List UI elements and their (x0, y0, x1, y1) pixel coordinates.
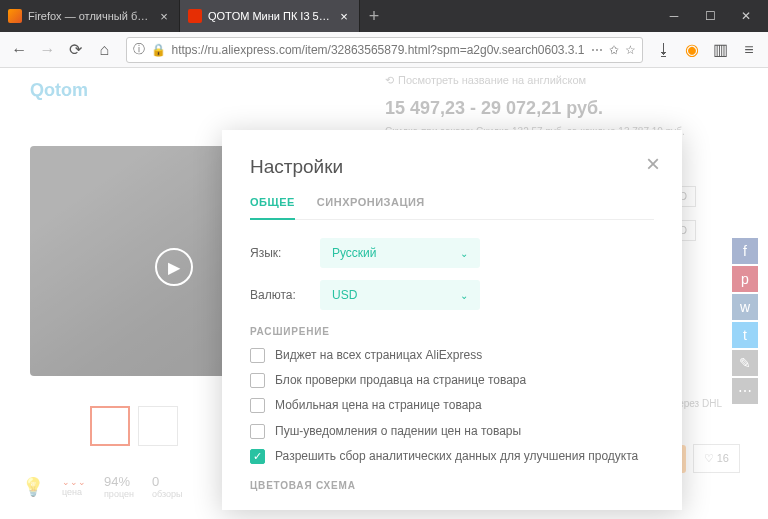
pinterest-icon[interactable]: p (732, 266, 758, 292)
tab-title: QOTOM Мини ПК I3 5005U оф (208, 10, 331, 22)
library-icon[interactable]: ▥ (707, 36, 733, 64)
firefox-icon (8, 9, 22, 23)
thumbnail[interactable] (138, 406, 178, 446)
thumbnail[interactable] (90, 406, 130, 446)
close-icon[interactable]: × (646, 152, 660, 176)
close-icon[interactable]: × (337, 9, 351, 23)
checkbox-icon (250, 398, 265, 413)
tab-title: Firefox — отличный браузер (28, 10, 151, 22)
chevron-down-icon: ⌄ (460, 248, 468, 259)
browser-toolbar: ← → ⟳ ⌂ ⓘ 🔒 https://ru.aliexpress.com/it… (0, 32, 768, 68)
wishlist-button[interactable]: ♡ 16 (693, 444, 740, 473)
lock-icon: 🔒 (151, 43, 166, 57)
modal-title: Настройки (250, 156, 654, 178)
thumbnail-list (90, 406, 178, 446)
checkbox-icon (250, 348, 265, 363)
edit-icon[interactable]: ✎ (732, 350, 758, 376)
social-sidebar: f p w t ✎ ⋯ (732, 238, 758, 404)
currency-label: Валюта: (250, 288, 320, 302)
minimize-button[interactable]: ─ (656, 0, 692, 32)
language-row: Язык: Русский ⌄ (250, 238, 654, 268)
tab-aliexpress[interactable]: QOTOM Мини ПК I3 5005U оф × (180, 0, 360, 32)
url-text: https://ru.aliexpress.com/item/328635658… (172, 43, 585, 57)
currency-row: Валюта: USD ⌄ (250, 280, 654, 310)
checkbox-seller-block[interactable]: Блок проверки продавца на странице товар… (250, 372, 654, 388)
bookmark-icon[interactable]: ☆ (625, 43, 636, 57)
checkbox-push[interactable]: Пуш-уведомления о падении цен на товары (250, 423, 654, 439)
reviews-stat: 0обзоры (152, 474, 182, 499)
maximize-button[interactable]: ☐ (692, 0, 728, 32)
forward-button[interactable]: → (34, 36, 60, 64)
checkbox-icon (250, 373, 265, 388)
brand-logo: Qotom (30, 80, 88, 101)
checkbox-checked-icon: ✓ (250, 449, 265, 464)
checkbox-widget[interactable]: Виджет на всех страницах AliExpress (250, 347, 654, 363)
close-button[interactable]: ✕ (728, 0, 764, 32)
window-titlebar: Firefox — отличный браузер × QOTOM Мини … (0, 0, 768, 32)
modal-body: Язык: Русский ⌄ Валюта: USD ⌄ РАСШИРЕНИЕ… (250, 220, 654, 510)
aliexpress-icon (188, 9, 202, 23)
reader-icon[interactable]: ✩ (609, 43, 619, 57)
window-controls: ─ ☐ ✕ (656, 0, 768, 32)
tab-sync[interactable]: СИНХРОНИЗАЦИЯ (317, 196, 425, 219)
language-value: Русский (332, 246, 377, 260)
tab-firefox[interactable]: Firefox — отличный браузер × (0, 0, 180, 32)
price-range: 15 497,23 - 29 072,21 руб. (385, 98, 603, 119)
home-button[interactable]: ⌂ (91, 36, 117, 64)
bottom-bar: 💡 ⌄⌄⌄цена 94%процен 0обзоры (22, 474, 182, 499)
address-bar[interactable]: ⓘ 🔒 https://ru.aliexpress.com/item/32863… (126, 37, 643, 63)
chevron-down-icon: ⌄ (460, 290, 468, 301)
back-button[interactable]: ← (6, 36, 32, 64)
currency-select[interactable]: USD ⌄ (320, 280, 480, 310)
download-icon[interactable]: ⭳ (651, 36, 677, 64)
facebook-icon[interactable]: f (732, 238, 758, 264)
settings-modal: Настройки × ОБЩЕЕ СИНХРОНИЗАЦИЯ Язык: Ру… (222, 130, 682, 510)
language-label: Язык: (250, 246, 320, 260)
lightbulb-icon[interactable]: 💡 (22, 476, 44, 498)
section-color-scheme: ЦВЕТОВАЯ СХЕМА (250, 480, 654, 491)
language-select[interactable]: Русский ⌄ (320, 238, 480, 268)
reload-button[interactable]: ⟳ (63, 36, 89, 64)
menu-icon[interactable]: ≡ (736, 36, 762, 64)
extension-icon[interactable]: ◉ (679, 36, 705, 64)
browser-tabs: Firefox — отличный браузер × QOTOM Мини … (0, 0, 656, 32)
info-icon[interactable]: ⓘ (133, 41, 145, 58)
new-tab-button[interactable]: + (360, 0, 388, 32)
checkbox-analytics[interactable]: ✓Разрешить сбор аналитических данных для… (250, 448, 654, 464)
twitter-icon[interactable]: t (732, 322, 758, 348)
price-stat: ⌄⌄⌄цена (62, 477, 86, 497)
checkbox-mobile-price[interactable]: Мобильная цена на странице товара (250, 397, 654, 413)
section-extension: РАСШИРЕНИЕ (250, 326, 654, 337)
play-icon[interactable]: ▶ (155, 248, 193, 286)
vk-icon[interactable]: w (732, 294, 758, 320)
translate-link[interactable]: ⟲Посмотреть название на английском (385, 74, 586, 87)
rating-stat: 94%процен (104, 474, 134, 499)
tab-general[interactable]: ОБЩЕЕ (250, 196, 295, 220)
currency-value: USD (332, 288, 357, 302)
checkbox-icon (250, 424, 265, 439)
close-icon[interactable]: × (157, 9, 171, 23)
more-icon[interactable]: ⋯ (591, 43, 603, 57)
modal-tabs: ОБЩЕЕ СИНХРОНИЗАЦИЯ (250, 196, 654, 220)
more-social-icon[interactable]: ⋯ (732, 378, 758, 404)
